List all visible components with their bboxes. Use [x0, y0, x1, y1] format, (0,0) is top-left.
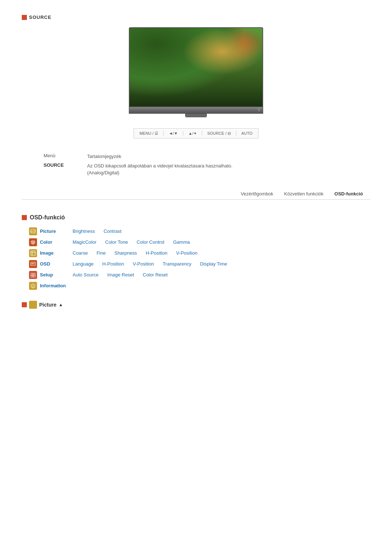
osd-link-hposition-img[interactable]: H-Position — [146, 250, 167, 256]
ctrl-sep2 — [183, 131, 183, 136]
picture-nav-arrow[interactable]: ▲ — [58, 302, 63, 307]
osd-link-picture[interactable]: Picture — [40, 228, 73, 234]
osd-icon-setup — [29, 271, 37, 279]
osd-row-color: Color MagicColor Color Tone Color Contro… — [29, 238, 370, 246]
svg-rect-14 — [33, 275, 35, 277]
osd-icon-information — [29, 282, 37, 290]
monitor-stand — [185, 114, 207, 117]
tab-controller[interactable]: Vezérlőgombok — [241, 191, 273, 197]
osd-link-osd[interactable]: OSD — [40, 261, 73, 267]
osd-link-colorcontrol[interactable]: Color Control — [136, 239, 164, 245]
osd-icon-osd — [29, 260, 37, 268]
screen-content — [130, 28, 262, 106]
picture-nav-source-icon — [22, 302, 27, 307]
osd-link-gamma[interactable]: Gamma — [173, 239, 190, 245]
osd-link-transparency[interactable]: Transparency — [163, 261, 191, 267]
osd-link-color[interactable]: Color — [40, 239, 73, 245]
menu-col1-header: Menü — [44, 153, 87, 160]
osd-row-image: Image Coarse Fine Sharpness H-Position V… — [29, 249, 370, 257]
svg-rect-12 — [33, 273, 35, 275]
osd-row-osd: OSD Language H-Position V-Position Trans… — [29, 260, 370, 268]
monitor-base — [129, 107, 263, 114]
osd-link-hposition-osd[interactable]: H-Position — [102, 261, 124, 267]
osd-row-information: Information — [29, 282, 370, 290]
ctrl-source: SOURCE / ⊟ — [207, 131, 231, 136]
picture-nav-title: Picture — [39, 302, 56, 308]
osd-section-icon — [22, 215, 27, 220]
menu-header-row: Menü Tartalomjegyzék — [44, 153, 370, 160]
osd-link-image[interactable]: Image — [40, 250, 73, 256]
osd-icon-picture — [29, 227, 37, 235]
ctrl-sep1 — [163, 131, 164, 136]
svg-point-17 — [33, 284, 33, 285]
tab-direct[interactable]: Közvetlen funkciók — [284, 191, 323, 197]
osd-link-language[interactable]: Language — [73, 261, 94, 267]
svg-point-2 — [32, 241, 33, 242]
monitor-screen — [129, 27, 263, 107]
osd-icon-color — [29, 238, 37, 246]
osd-link-coarse[interactable]: Coarse — [73, 250, 88, 256]
ctrl-menu: MENU / ☰ — [140, 131, 159, 136]
picture-nav-icon — [29, 301, 37, 309]
picture-nav-header: Picture ▲ — [22, 301, 370, 309]
control-bar: MENU / ☰ ◄/▼ ▲/✦ SOURCE / ⊟ AUTO — [134, 128, 259, 138]
menu-source-label: SOURCE — [44, 162, 87, 177]
svg-point-4 — [33, 242, 34, 243]
menu-source-row: SOURCE Az OSD kikapcsolt állapotában a v… — [44, 162, 370, 177]
menu-col2-header: Tartalomjegyzék — [87, 153, 121, 160]
control-bar-container: MENU / ☰ ◄/▼ ▲/✦ SOURCE / ⊟ AUTO — [22, 128, 370, 138]
osd-link-fine[interactable]: Fine — [97, 250, 106, 256]
ctrl-sep3 — [202, 131, 202, 136]
nav-tabs: Vezérlőgombok Közvetlen funkciók OSD-fun… — [22, 191, 370, 200]
svg-rect-5 — [31, 251, 35, 255]
ctrl-auto: AUTO — [241, 131, 252, 135]
monitor-wrapper — [129, 27, 263, 117]
osd-link-vposition-osd[interactable]: V-Position — [133, 261, 154, 267]
ctrl-sep4 — [236, 131, 236, 136]
osd-table: Picture Brightness Contrast Color MagicC… — [29, 227, 370, 290]
tab-osd[interactable]: OSD-funkció — [334, 191, 363, 197]
osd-link-colorreset[interactable]: Color Reset — [143, 272, 168, 278]
source-header: SOURCE — [22, 15, 370, 20]
source-icon — [22, 15, 27, 20]
menu-source-desc-line1: Az OSD kikapcsolt állapotában a videojel… — [87, 162, 232, 170]
osd-section-header: OSD-funkció — [22, 214, 370, 221]
osd-link-magiccolor[interactable]: MagicColor — [73, 239, 97, 245]
svg-point-3 — [33, 241, 34, 242]
menu-source-desc: Az OSD kikapcsolt állapotában a videojel… — [87, 162, 232, 177]
osd-row-setup: Setup Auto Source Image Reset Color Rese… — [29, 271, 370, 279]
osd-row-picture: Picture Brightness Contrast — [29, 227, 370, 235]
osd-link-setup[interactable]: Setup — [40, 272, 73, 278]
osd-link-displaytime[interactable]: Display Time — [200, 261, 227, 267]
osd-link-autosource[interactable]: Auto Source — [73, 272, 99, 278]
monitor-image-container — [22, 27, 370, 117]
svg-rect-11 — [31, 273, 33, 275]
ctrl-nav: ◄/▼ — [169, 131, 178, 135]
osd-link-vposition-img[interactable]: V-Position — [176, 250, 197, 256]
osd-link-information[interactable]: Information — [40, 283, 73, 288]
menu-source-desc-line2: (Analog/Digital) — [87, 169, 232, 177]
osd-link-imagereset[interactable]: Image Reset — [107, 272, 134, 278]
osd-section: OSD-funkció Picture Brightness Contrast … — [22, 214, 370, 290]
svg-rect-13 — [31, 275, 33, 277]
ctrl-brightness: ▲/✦ — [188, 131, 197, 136]
osd-link-colortone[interactable]: Color Tone — [105, 239, 128, 245]
osd-icon-image — [29, 249, 37, 257]
osd-section-title: OSD-funkció — [30, 214, 65, 221]
menu-table: Menü Tartalomjegyzék SOURCE Az OSD kikap… — [44, 153, 370, 177]
osd-link-sharpness[interactable]: Sharpness — [114, 250, 137, 256]
osd-link-contrast[interactable]: Contrast — [103, 228, 121, 234]
osd-link-brightness[interactable]: Brightness — [73, 228, 95, 234]
source-title: SOURCE — [29, 15, 52, 20]
